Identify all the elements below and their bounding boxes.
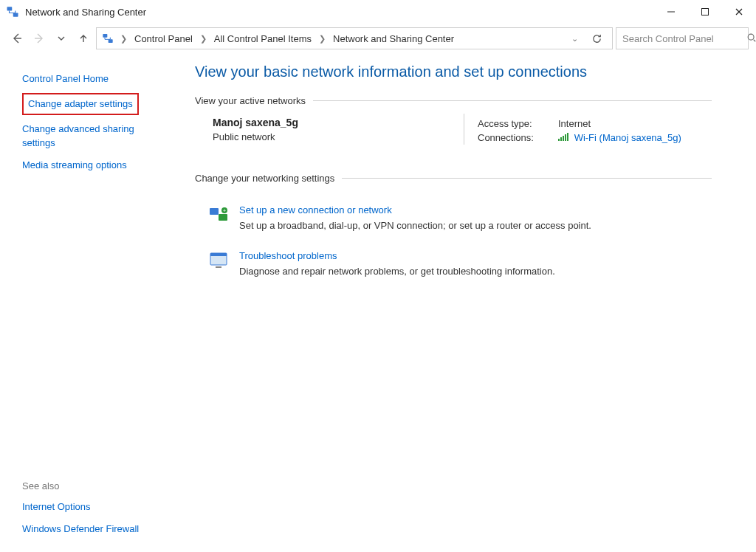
connection-link[interactable]: Wi-Fi (Manoj saxena_5g): [558, 132, 681, 143]
chevron-right-icon[interactable]: ❯: [316, 34, 329, 44]
access-type-row: Access type: Internet: [478, 117, 712, 131]
settings-list: + Set up a new connection or network Set…: [195, 194, 712, 290]
svg-rect-17: [210, 208, 219, 215]
minimize-button[interactable]: [654, 0, 688, 24]
recent-locations-button[interactable]: [52, 29, 71, 48]
svg-rect-3: [702, 9, 709, 15]
network-sharing-center-icon: [101, 32, 114, 45]
troubleshoot-icon: [208, 250, 229, 271]
window-title: Network and Sharing Center: [25, 7, 146, 18]
up-button[interactable]: [74, 29, 93, 48]
forward-button[interactable]: [30, 29, 49, 48]
network-name: Manoj saxena_5g: [213, 117, 464, 128]
divider: [342, 178, 712, 179]
connections-row: Connections: Wi-Fi (Manoj saxena_5g): [478, 131, 712, 145]
section-heading-label: Change your networking settings: [195, 173, 334, 184]
breadcrumb[interactable]: ❯ Control Panel ❯ All Control Panel Item…: [96, 27, 613, 49]
settings-link-troubleshoot[interactable]: Troubleshoot problems: [239, 250, 555, 261]
settings-desc-troubleshoot: Diagnose and repair network problems, or…: [239, 266, 555, 277]
maximize-button[interactable]: [688, 0, 722, 24]
content: View your basic network information and …: [177, 53, 756, 552]
sidebar-link-change-adapter-settings[interactable]: Change adapter settings: [28, 97, 133, 111]
svg-rect-16: [567, 133, 568, 141]
sidebar-link-change-advanced-sharing-settings[interactable]: Change advanced sharing settings: [22, 118, 167, 153]
search-icon: [746, 32, 756, 45]
svg-rect-14: [563, 136, 564, 141]
settings-row-troubleshoot: Troubleshoot problems Diagnose and repai…: [208, 244, 712, 290]
settings-desc-new-connection: Set up a broadband, dial-up, or VPN conn…: [239, 220, 591, 231]
titlebar: Network and Sharing Center: [0, 0, 756, 24]
chevron-down-icon[interactable]: ⌄: [571, 34, 578, 44]
section-heading-label: View your active networks: [195, 95, 306, 106]
connections-label: Connections:: [478, 132, 548, 143]
connection-link-text: Wi-Fi (Manoj saxena_5g): [574, 132, 681, 143]
see-also-link-windows-defender-firewall[interactable]: Windows Defender Firewall: [22, 518, 167, 540]
section-heading-active-networks: View your active networks: [195, 95, 712, 106]
svg-rect-22: [210, 253, 227, 256]
new-connection-icon: +: [208, 204, 229, 225]
sidebar-link-control-panel-home[interactable]: Control Panel Home: [22, 68, 167, 90]
svg-rect-9: [109, 39, 113, 43]
back-button[interactable]: [7, 29, 27, 48]
chevron-right-icon[interactable]: ❯: [117, 34, 130, 44]
svg-rect-12: [558, 139, 560, 141]
see-also-heading: See also: [22, 476, 167, 496]
network-sharing-center-icon: [6, 5, 19, 18]
page-title: View your basic network information and …: [195, 63, 712, 80]
svg-text:+: +: [223, 208, 226, 213]
svg-rect-1: [13, 13, 18, 17]
active-network-card: Manoj saxena_5g Public network Access ty…: [195, 117, 712, 155]
network-type: Public network: [213, 131, 464, 142]
svg-point-10: [748, 34, 754, 40]
svg-rect-18: [219, 214, 227, 221]
breadcrumb-item[interactable]: Network and Sharing Center: [331, 33, 456, 44]
close-button[interactable]: [722, 0, 756, 24]
access-type-value: Internet: [558, 118, 591, 129]
svg-rect-0: [7, 7, 13, 10]
see-also-block: See also Internet Options Windows Defend…: [22, 476, 167, 540]
chevron-right-icon[interactable]: ❯: [197, 34, 210, 44]
settings-row-new-connection: + Set up a new connection or network Set…: [208, 199, 712, 244]
svg-line-11: [754, 39, 756, 41]
wifi-signal-icon: [558, 132, 568, 143]
vertical-divider: [464, 114, 464, 145]
breadcrumb-item[interactable]: All Control Panel Items: [213, 33, 313, 44]
search-input[interactable]: [622, 33, 746, 44]
breadcrumb-item[interactable]: Control Panel: [133, 33, 194, 44]
svg-rect-13: [560, 137, 562, 141]
see-also-link-internet-options[interactable]: Internet Options: [22, 496, 167, 518]
divider: [313, 100, 712, 101]
main: Control Panel Home Change adapter settin…: [0, 53, 756, 552]
refresh-button[interactable]: [585, 27, 608, 49]
svg-rect-8: [103, 34, 107, 38]
section-heading-change-settings: Change your networking settings: [195, 173, 712, 184]
navbar: ❯ Control Panel ❯ All Control Panel Item…: [0, 24, 756, 53]
settings-link-new-connection[interactable]: Set up a new connection or network: [239, 204, 591, 215]
sidebar-link-media-streaming-options[interactable]: Media streaming options: [22, 154, 167, 176]
svg-rect-15: [565, 134, 566, 141]
highlight-box: Change adapter settings: [22, 93, 139, 115]
search-box[interactable]: [616, 27, 749, 49]
access-type-label: Access type:: [478, 118, 548, 129]
sidebar: Control Panel Home Change adapter settin…: [0, 53, 177, 552]
